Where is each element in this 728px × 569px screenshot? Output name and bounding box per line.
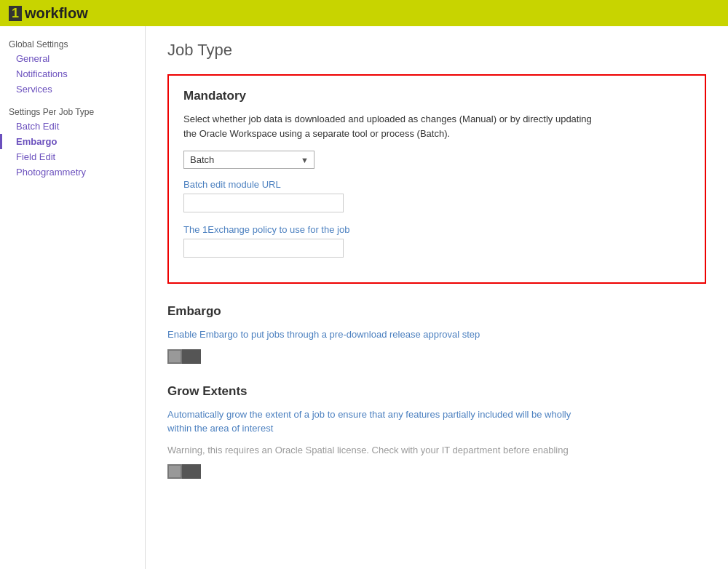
sidebar-item-field-edit[interactable]: Field Edit <box>0 149 145 164</box>
mandatory-section: Mandatory Select whether job data is dow… <box>167 74 706 284</box>
sidebar-item-embargo[interactable]: Embargo <box>0 134 145 149</box>
embargo-title: Embargo <box>167 304 706 319</box>
sidebar-item-photogrammetry-label: Photogrammetry <box>16 167 86 178</box>
sidebar-item-services-label: Services <box>16 84 52 95</box>
settings-per-job-type-header: Settings Per Job Type <box>0 103 145 119</box>
sidebar-item-field-edit-label: Field Edit <box>16 151 55 162</box>
grow-extents-toggle-thumb <box>167 464 182 479</box>
sidebar-item-general[interactable]: General <box>0 51 145 66</box>
embargo-description: Enable Embargo to put jobs through a pre… <box>167 327 590 342</box>
batch-edit-url-label: Batch edit module URL <box>183 179 690 190</box>
logo: 1 workflow <box>9 5 88 22</box>
embargo-section: Embargo Enable Embargo to put jobs throu… <box>167 304 706 364</box>
job-type-dropdown-wrapper: Manual Batch ▼ <box>183 151 314 169</box>
batch-edit-url-input[interactable] <box>183 194 344 212</box>
logo-icon: 1 <box>9 6 22 21</box>
main-content: Job Type Mandatory Select whether job da… <box>146 26 728 569</box>
sidebar-item-batch-edit[interactable]: Batch Edit <box>0 119 145 134</box>
exchange-policy-input[interactable] <box>183 239 344 258</box>
grow-extents-section: Grow Extents Automatically grow the exte… <box>167 384 706 480</box>
embargo-toggle-container <box>167 349 706 364</box>
sidebar-item-photogrammetry[interactable]: Photogrammetry <box>0 164 145 180</box>
grow-extents-warning: Warning, this requires an Oracle Spatial… <box>167 443 590 458</box>
exchange-policy-group: The 1Exchange policy to use for the job <box>183 224 690 269</box>
global-settings-header: Global Settings <box>0 35 145 51</box>
embargo-toggle-thumb <box>167 349 182 364</box>
grow-extents-toggle[interactable] <box>167 464 201 479</box>
mandatory-title: Mandatory <box>183 89 690 103</box>
embargo-toggle[interactable] <box>167 349 201 364</box>
logo-wordmark: workflow <box>25 5 88 22</box>
job-type-dropdown[interactable]: Manual Batch <box>183 151 314 169</box>
sidebar: Global Settings General Notifications Se… <box>0 26 146 569</box>
sidebar-item-notifications-label: Notifications <box>16 68 68 79</box>
exchange-policy-label: The 1Exchange policy to use for the job <box>183 224 690 235</box>
sidebar-item-general-label: General <box>16 53 50 64</box>
page-title: Job Type <box>167 41 706 60</box>
batch-edit-url-group: Batch edit module URL <box>183 179 690 224</box>
mandatory-description: Select whether job data is downloaded an… <box>183 112 606 140</box>
topbar: 1 workflow <box>0 0 728 26</box>
sidebar-item-embargo-label: Embargo <box>16 136 57 147</box>
sidebar-item-notifications[interactable]: Notifications <box>0 66 145 81</box>
grow-extents-toggle-container <box>167 464 706 479</box>
sidebar-item-batch-edit-label: Batch Edit <box>16 121 59 132</box>
grow-extents-description: Automatically grow the extent of a job t… <box>167 407 590 436</box>
grow-extents-title: Grow Extents <box>167 384 706 399</box>
sidebar-item-services[interactable]: Services <box>0 81 145 97</box>
